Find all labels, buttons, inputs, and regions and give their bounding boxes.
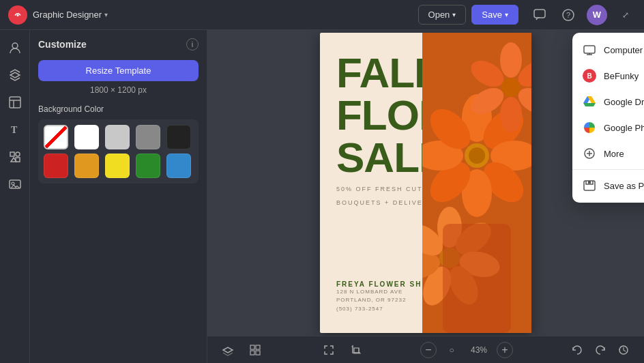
svg-rect-47 <box>588 181 591 184</box>
panel-header: Customize i <box>38 38 199 50</box>
svg-point-26 <box>500 42 522 78</box>
topbar-icons: ? W ⤢ <box>529 5 636 25</box>
svg-rect-51 <box>256 351 260 355</box>
avatar[interactable]: W <box>587 5 607 25</box>
shop-name: FREYA FLOWER SHOP <box>336 280 435 288</box>
save-befunky-label: BeFunky <box>604 71 644 81</box>
app-logo[interactable] <box>8 5 27 25</box>
left-panel: Customize i Resize Template 1800 × 1200 … <box>30 30 207 363</box>
svg-rect-49 <box>256 345 260 349</box>
zoom-level: 43% <box>467 345 491 355</box>
address-line3: (503) 733-2547 <box>336 305 435 314</box>
save-gphotos-label: Google Photos <box>604 123 644 133</box>
layers-bottom-icon[interactable] <box>218 340 237 360</box>
save-project-icon <box>582 178 597 193</box>
more-icon <box>582 146 597 161</box>
save-to-computer-item[interactable]: Computer ⌘ S <box>572 37 644 63</box>
zoom-controls: − ○ 43% + <box>420 340 513 360</box>
project-name[interactable]: Graphic Designer ▾ <box>33 10 108 20</box>
canvas-size-label: 1800 × 1200 px <box>38 85 199 95</box>
save-gdrive-label: Google Drive <box>604 97 644 107</box>
save-as-project-item[interactable]: Save as Project ⌘ ⇧ S <box>572 173 644 199</box>
icon-sidebar: T <box>0 30 30 363</box>
resize-template-button[interactable]: Resize Template <box>38 60 199 81</box>
expand-canvas-icon[interactable] <box>319 340 338 360</box>
address-line1: 128 N LOMBARD AVE <box>336 288 435 297</box>
color-swatch-blue[interactable] <box>166 154 191 178</box>
save-dropdown-menu: Computer ⌘ S B BeFunky Goog <box>572 33 644 203</box>
sidebar-photos-icon[interactable] <box>3 172 27 197</box>
color-swatch-light-gray[interactable] <box>105 125 130 149</box>
svg-rect-50 <box>250 351 254 355</box>
save-more-label: More <box>604 149 644 159</box>
svg-point-1 <box>17 14 19 16</box>
sidebar-template-icon[interactable] <box>3 90 27 115</box>
monitor-icon <box>582 42 597 57</box>
svg-rect-10 <box>10 152 14 156</box>
save-project-label: Save as Project <box>604 181 644 191</box>
color-swatch-green[interactable] <box>136 154 160 178</box>
color-swatch-gray[interactable] <box>136 125 160 149</box>
color-swatch-red[interactable] <box>44 154 68 178</box>
main-area: T Customize i Resize Template 1800 × <box>0 30 644 363</box>
zoom-in-button[interactable]: + <box>497 342 513 358</box>
save-to-befunky-item[interactable]: B BeFunky <box>572 63 644 89</box>
svg-rect-48 <box>250 345 254 349</box>
color-grid <box>38 119 199 184</box>
color-swatch-yellow[interactable] <box>105 154 130 178</box>
svg-point-29 <box>500 97 522 132</box>
zoom-out-button[interactable]: − <box>420 342 437 358</box>
canvas-footer: FREYA FLOWER SHOP 128 N LOMBARD AVE PORT… <box>336 280 435 314</box>
topbar: Graphic Designer ▾ Open ▾ Save ▾ ? W ⤢ <box>0 0 644 30</box>
svg-point-25 <box>469 147 485 164</box>
befunky-icon: B <box>582 68 597 83</box>
svg-point-11 <box>16 152 20 156</box>
svg-text:?: ? <box>566 11 570 19</box>
color-swatch-dark[interactable] <box>166 125 191 149</box>
sidebar-profile-icon[interactable] <box>3 35 27 60</box>
canvas-card: FALL FLORA SALE 50% OFF FRESH CUT BOUQUE… <box>320 33 531 333</box>
sidebar-shapes-icon[interactable] <box>3 145 27 169</box>
svg-rect-52 <box>354 348 359 353</box>
sidebar-text-icon[interactable]: T <box>3 117 27 142</box>
save-to-gdrive-item[interactable]: Google Drive <box>572 89 644 115</box>
svg-rect-6 <box>10 97 20 108</box>
panel-info-icon[interactable]: i <box>186 38 199 50</box>
gphotos-icon <box>582 120 597 135</box>
open-chevron-icon: ▾ <box>452 11 456 18</box>
chat-icon[interactable] <box>529 5 550 25</box>
color-swatch-white[interactable] <box>74 125 99 149</box>
svg-point-32 <box>501 78 521 97</box>
project-chevron-icon: ▾ <box>104 11 108 18</box>
redo-button[interactable] <box>591 340 610 360</box>
open-button[interactable]: Open ▾ <box>418 5 467 25</box>
sidebar-layers-icon[interactable] <box>3 63 27 87</box>
undo-redo <box>568 340 633 360</box>
save-more-item[interactable]: More › <box>572 141 644 166</box>
help-icon[interactable]: ? <box>558 5 579 25</box>
canvas-photo <box>422 33 531 333</box>
address-line2: PORTLAND, OR 97232 <box>336 296 435 305</box>
project-name-label: Graphic Designer <box>33 10 102 20</box>
save-chevron-icon: ▾ <box>505 11 508 18</box>
undo-button[interactable] <box>568 340 587 360</box>
crop-icon[interactable] <box>347 340 366 360</box>
save-button[interactable]: Save ▾ <box>471 5 518 25</box>
svg-rect-41 <box>443 224 511 333</box>
svg-point-14 <box>12 182 14 185</box>
save-to-gphotos-item[interactable]: Google Photos <box>572 115 644 141</box>
color-swatch-transparent[interactable] <box>44 125 68 149</box>
svg-point-5 <box>12 43 18 48</box>
history-button[interactable] <box>614 340 633 360</box>
panel-title: Customize <box>38 39 87 50</box>
color-swatch-orange[interactable] <box>74 154 99 178</box>
bottom-bar: − ○ 43% + <box>207 336 644 363</box>
svg-text:T: T <box>11 125 18 135</box>
canvas-area: FALL FLORA SALE 50% OFF FRESH CUT BOUQUE… <box>207 30 644 363</box>
expand-icon[interactable]: ⤢ <box>615 5 636 25</box>
gdrive-icon <box>582 94 597 109</box>
svg-rect-42 <box>584 46 595 53</box>
grid-bottom-icon[interactable] <box>246 340 265 360</box>
svg-rect-2 <box>534 10 545 18</box>
zoom-reset-icon[interactable]: ○ <box>442 340 461 360</box>
